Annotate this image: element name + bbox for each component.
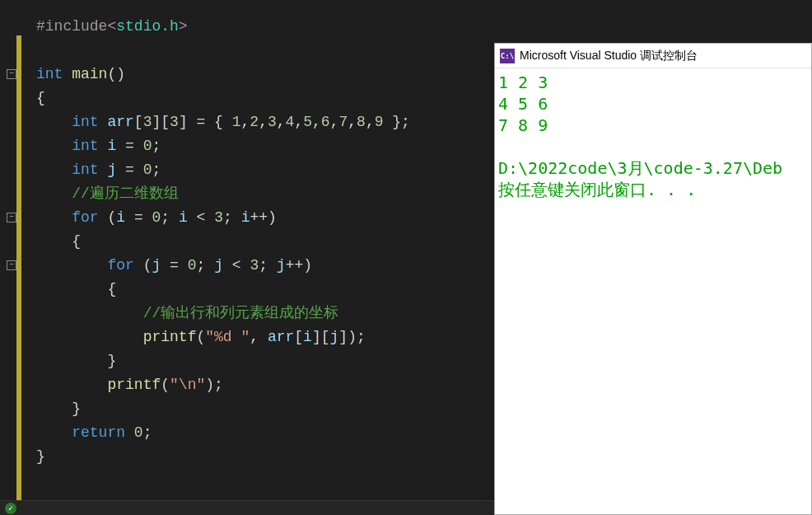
code-line[interactable]: { bbox=[21, 230, 494, 254]
code-line[interactable]: { bbox=[21, 87, 494, 110]
code-line[interactable]: } bbox=[21, 397, 494, 421]
code-line[interactable]: for (i = 0; i < 3; i++)− bbox=[21, 206, 494, 230]
code-line[interactable]: int i = 0; bbox=[21, 134, 494, 158]
debug-console-window[interactable]: C:\ Microsoft Visual Studio 调试控制台 1 2 3 … bbox=[494, 43, 812, 515]
code-line[interactable]: } bbox=[21, 445, 494, 469]
status-bar: ✓ bbox=[0, 500, 494, 515]
code-editor-pane[interactable]: #include<stdio.h>int main()−{ int arr[3]… bbox=[0, 0, 494, 515]
console-titlebar[interactable]: C:\ Microsoft Visual Studio 调试控制台 bbox=[495, 44, 811, 68]
status-ok-icon: ✓ bbox=[5, 503, 16, 514]
console-output: 1 2 3 4 5 6 7 8 9 D:\2022code\3月\code-3.… bbox=[495, 68, 811, 204]
code-line[interactable]: { bbox=[21, 278, 494, 302]
fold-toggle-icon[interactable]: − bbox=[7, 69, 16, 79]
code-area[interactable]: #include<stdio.h>int main()−{ int arr[3]… bbox=[21, 15, 494, 469]
code-line[interactable]: printf("%d ", arr[i][j]); bbox=[21, 325, 494, 349]
code-line[interactable]: return 0; bbox=[21, 421, 494, 445]
code-line[interactable]: printf("\n"); bbox=[21, 373, 494, 397]
code-line[interactable] bbox=[21, 39, 494, 63]
fold-toggle-icon[interactable]: − bbox=[7, 260, 16, 270]
fold-toggle-icon[interactable]: − bbox=[7, 213, 16, 222]
code-line[interactable]: int j = 0; bbox=[21, 158, 494, 182]
code-line[interactable]: //遍历二维数组 bbox=[21, 182, 494, 206]
code-line[interactable]: int main()− bbox=[21, 63, 494, 87]
console-app-icon: C:\ bbox=[500, 49, 515, 63]
console-title-text: Microsoft Visual Studio 调试控制台 bbox=[520, 49, 698, 63]
code-line[interactable]: #include<stdio.h> bbox=[21, 15, 494, 39]
code-line[interactable]: int arr[3][3] = { 1,2,3,4,5,6,7,8,9 }; bbox=[21, 110, 494, 134]
code-line[interactable]: for (j = 0; j < 3; j++)− bbox=[21, 254, 494, 278]
code-line[interactable]: //输出行和列元素组成的坐标 bbox=[21, 302, 494, 325]
code-line[interactable]: } bbox=[21, 349, 494, 373]
